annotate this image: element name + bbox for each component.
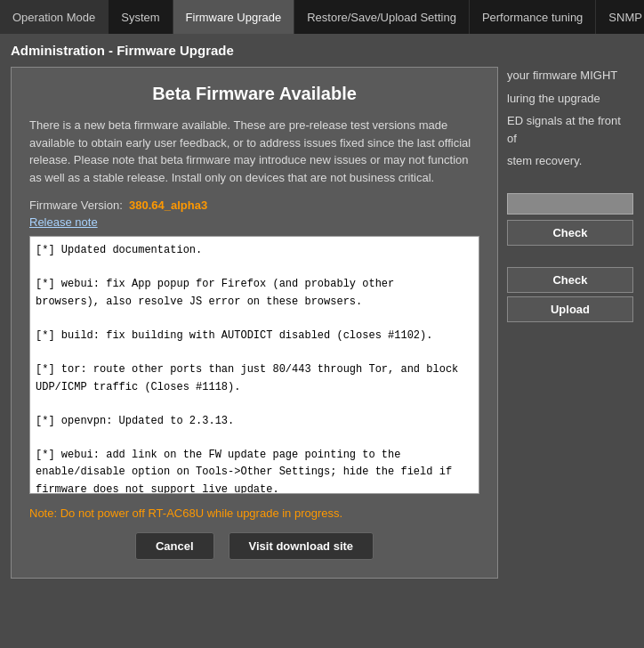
beta-firmware-dialog: Beta Firmware Available There is a new b… bbox=[11, 67, 498, 579]
firmware-version-label: Firmware Version: bbox=[29, 198, 123, 212]
release-notes-box[interactable]: [*] Updated documentation. [*] webui: fi… bbox=[29, 236, 479, 494]
right-section-info: your firmware MIGHT luring the upgrade E… bbox=[507, 67, 633, 175]
check-button-2[interactable]: Check bbox=[507, 267, 633, 293]
right-section-check2: Check Upload bbox=[507, 267, 633, 322]
nav-operation-mode[interactable]: Operation Mode bbox=[0, 0, 109, 34]
right-section-check1: Check bbox=[507, 193, 633, 249]
release-note-link[interactable]: Release note bbox=[29, 215, 479, 229]
nav-system[interactable]: System bbox=[109, 0, 173, 34]
page-title: Administration - Firmware Upgrade bbox=[11, 43, 633, 58]
right-panel: your firmware MIGHT luring the upgrade E… bbox=[507, 67, 633, 579]
right-text4: stem recovery. bbox=[507, 152, 633, 170]
nav-snmp[interactable]: SNMP bbox=[596, 0, 644, 34]
firmware-version-row: Firmware Version: 380.64_alpha3 bbox=[29, 198, 479, 212]
right-text1: your firmware MIGHT bbox=[507, 67, 633, 85]
dialog-body: There is a new beta firmware available. … bbox=[29, 117, 479, 186]
dialog-title: Beta Firmware Available bbox=[29, 84, 479, 104]
nav-restore-save[interactable]: Restore/Save/Upload Setting bbox=[294, 0, 470, 34]
nav-firmware-upgrade[interactable]: Firmware Upgrade bbox=[173, 0, 295, 34]
firmware-version-value: 380.64_alpha3 bbox=[129, 198, 207, 212]
check-button-1[interactable]: Check bbox=[507, 220, 633, 246]
top-nav: Operation Mode System Firmware Upgrade R… bbox=[0, 0, 644, 34]
firmware-input-field[interactable] bbox=[507, 193, 633, 215]
page-content: Administration - Firmware Upgrade Beta F… bbox=[0, 34, 644, 587]
right-text3: ED signals at the front of bbox=[507, 112, 633, 147]
upload-button[interactable]: Upload bbox=[507, 296, 633, 322]
cancel-button[interactable]: Cancel bbox=[135, 532, 214, 560]
visit-download-site-button[interactable]: Visit download site bbox=[229, 532, 374, 560]
main-layout: Beta Firmware Available There is a new b… bbox=[11, 67, 633, 579]
nav-performance-tuning[interactable]: Performance tuning bbox=[470, 0, 596, 34]
dialog-buttons: Cancel Visit download site bbox=[29, 532, 479, 560]
right-text2: luring the upgrade bbox=[507, 90, 633, 108]
warning-note: Note: Do not power off RT-AC68U while up… bbox=[29, 506, 479, 520]
